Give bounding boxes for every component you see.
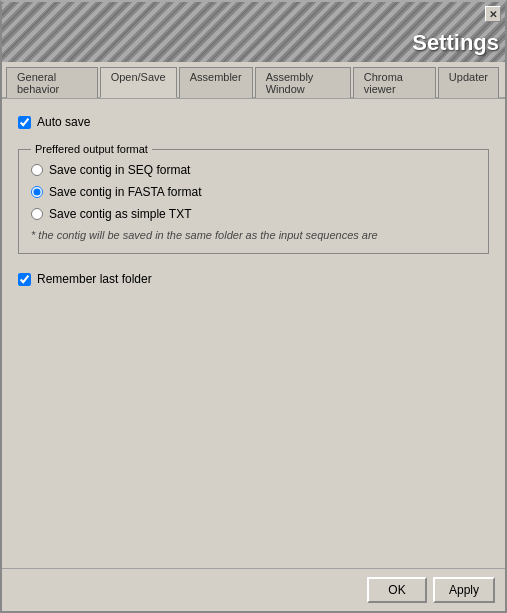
radio-fasta[interactable] [31,186,43,198]
remember-folder-checkbox[interactable] [18,273,31,286]
remember-folder-row: Remember last folder [18,272,489,286]
tab-opensave[interactable]: Open/Save [100,67,177,98]
auto-save-checkbox[interactable] [18,116,31,129]
radio-seq[interactable] [31,164,43,176]
output-format-group: Preffered output format Save contig in S… [18,143,489,254]
tab-assembly-window[interactable]: Assembly Window [255,67,351,98]
auto-save-label: Auto save [37,115,90,129]
close-button[interactable]: ✕ [485,6,501,22]
radio-fasta-row: Save contig in FASTA format [31,185,476,199]
radio-txt-row: Save contig as simple TXT [31,207,476,221]
apply-button[interactable]: Apply [433,577,495,603]
title-bar: ✕ Settings [2,2,505,62]
hint-text: * the contig will be saved in the same f… [31,229,476,241]
tab-general[interactable]: General behavior [6,67,98,98]
auto-save-row: Auto save [18,115,489,129]
radio-txt-label: Save contig as simple TXT [49,207,192,221]
radio-txt[interactable] [31,208,43,220]
output-format-legend: Preffered output format [31,143,152,155]
ok-button[interactable]: OK [367,577,427,603]
radio-seq-row: Save contig in SEQ format [31,163,476,177]
tab-updater[interactable]: Updater [438,67,499,98]
button-bar: OK Apply [2,568,505,611]
tab-chroma-viewer[interactable]: Chroma viewer [353,67,436,98]
radio-fasta-label: Save contig in FASTA format [49,185,202,199]
tabs-bar: General behavior Open/Save Assembler Ass… [2,62,505,99]
tab-assembler[interactable]: Assembler [179,67,253,98]
spacer [18,286,489,552]
settings-window: ✕ Settings General behavior Open/Save As… [0,0,507,613]
remember-folder-label: Remember last folder [37,272,152,286]
window-title: Settings [412,30,499,58]
content-area: Auto save Preffered output format Save c… [2,99,505,568]
radio-seq-label: Save contig in SEQ format [49,163,190,177]
